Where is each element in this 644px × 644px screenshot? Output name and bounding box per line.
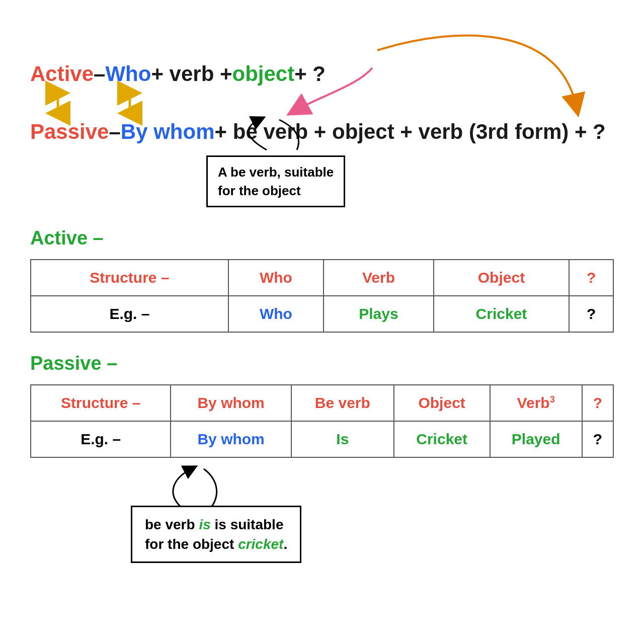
active-object: object <box>232 60 294 88</box>
active-plus1: + verb + <box>151 60 232 88</box>
active-eg-cricket: Cricket <box>434 296 569 332</box>
passive-table: Structure – By whom Be verb Object Verb3… <box>30 384 614 458</box>
passive-bywhom: By whom <box>121 118 215 146</box>
passive-col-structure: Structure – <box>31 385 171 421</box>
active-col-structure: Structure – <box>31 260 228 296</box>
active-formula: Active – Who + verb + object + ? <box>30 30 614 88</box>
passive-formula: Passive – By whom + be verb + object + v… <box>30 118 614 146</box>
bottom-text2: is suitable <box>211 517 284 532</box>
passive-header-row: Structure – By whom Be verb Object Verb3… <box>31 385 613 421</box>
passive-col-question: ? <box>582 385 613 421</box>
active-label: Active <box>30 60 94 88</box>
passive-data-row: E.g. – By whom Is Cricket Played ? <box>31 421 613 457</box>
passive-col-object: Object <box>394 385 490 421</box>
active-eg-label: E.g. – <box>31 296 228 332</box>
passive-heading: Passive – <box>30 353 614 374</box>
active-col-object: Object <box>434 260 569 296</box>
bottom-text4: . <box>283 536 287 552</box>
active-col-who: Who <box>228 260 324 296</box>
bottom-cricket: cricket <box>238 536 283 552</box>
annotation-text1: A be verb, suitable <box>218 165 334 180</box>
active-col-question: ? <box>569 260 613 296</box>
passive-rest: + be verb + object + verb (3rd form) + ? <box>215 118 606 146</box>
active-eg-question: ? <box>569 296 613 332</box>
active-data-row: E.g. – Who Plays Cricket ? <box>31 296 613 332</box>
active-eg-who: Who <box>228 296 324 332</box>
passive-label: Passive <box>30 118 109 146</box>
passive-eg-label: E.g. – <box>31 421 171 457</box>
passive-eg-question: ? <box>582 421 613 457</box>
active-eg-plays: Plays <box>324 296 434 332</box>
active-heading: Active – <box>30 227 614 249</box>
bottom-is: is <box>199 517 210 532</box>
bottom-annotation: be verb is is suitable for the object cr… <box>131 506 301 563</box>
passive-eg-is: Is <box>291 421 394 457</box>
active-who: Who <box>105 60 151 88</box>
be-verb-annotation: A be verb, suitable for the object <box>206 155 345 207</box>
passive-col-bywhom: By whom <box>171 385 291 421</box>
bottom-text1: be verb <box>145 517 199 532</box>
passive-dash: – <box>109 118 120 146</box>
passive-eg-cricket: Cricket <box>394 421 490 457</box>
passive-eg-played: Played <box>490 421 582 457</box>
active-col-verb: Verb <box>324 260 434 296</box>
active-dash: – <box>94 60 105 88</box>
active-header-row: Structure – Who Verb Object ? <box>31 260 613 296</box>
passive-col-verb3: Verb3 <box>490 385 582 421</box>
active-table: Structure – Who Verb Object ? E.g. – Who… <box>30 259 614 333</box>
passive-col-beverb: Be verb <box>291 385 394 421</box>
passive-eg-bywhom: By whom <box>171 421 291 457</box>
annotation-text2: for the object <box>218 183 301 198</box>
bottom-text3: for the object <box>145 536 238 552</box>
active-plus2: + ? <box>294 60 326 88</box>
